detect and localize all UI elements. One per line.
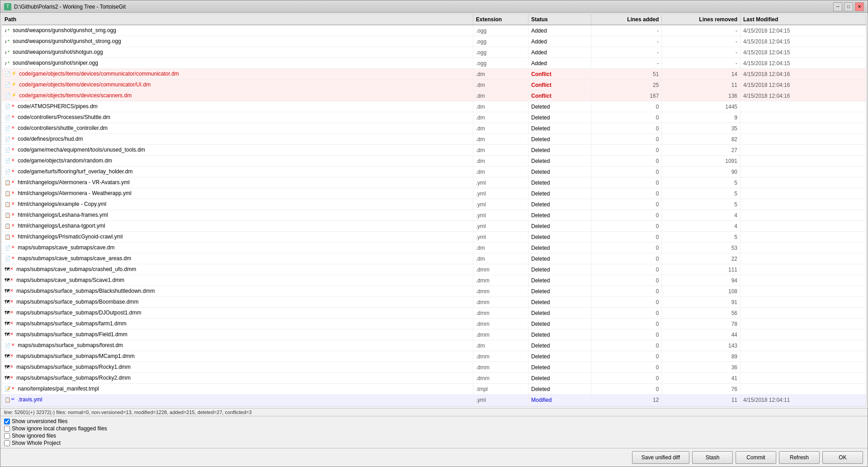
path-text: maps/submaps/cave_submaps/cave_areas.dm xyxy=(18,255,131,262)
table-row[interactable]: ♪+ sound/weapons/gunshot/sniper.ogg .ogg… xyxy=(2,58,866,69)
table-row[interactable]: 📄✕ code/defines/procs/hud.dm .dm Deleted… xyxy=(2,134,866,145)
show-unversioned-checkbox[interactable] xyxy=(4,419,10,424)
col-lines-removed[interactable]: Lines removed xyxy=(662,14,741,25)
table-row[interactable]: 📄✕ code/ATMOSPHERICS/pipes.dm .dm Delete… xyxy=(2,101,866,112)
table-row[interactable]: 📄✕ code/game/turfs/flooring/turf_overlay… xyxy=(2,167,866,177)
cell-modified xyxy=(741,134,866,145)
show-ignore-flagged-label[interactable]: Show ignore local changes flagged files xyxy=(4,425,864,432)
path-text: code/game/objects/items/devices/communic… xyxy=(19,71,179,77)
cell-status: Added xyxy=(528,58,591,69)
table-row[interactable]: 📄⚡ code/game/objects/items/devices/scann… xyxy=(2,91,866,101)
cell-removed: 27 xyxy=(662,145,741,156)
cell-ext: .tmpl xyxy=(473,384,528,395)
table-row[interactable]: 🗺✕ maps/submaps/surface_submaps/Boombase… xyxy=(2,297,866,308)
table-row[interactable]: 🗺✕ maps/submaps/surface_submaps/Rocky2.d… xyxy=(2,373,866,384)
table-row[interactable]: ♪+ sound/weapons/gunshot/shotgun.ogg .og… xyxy=(2,47,866,58)
table-row[interactable]: 🗺✕ maps/submaps/surface_submaps/farm1.dm… xyxy=(2,319,866,329)
col-lines-added[interactable]: Lines added xyxy=(591,14,661,25)
show-ignored-label[interactable]: Show ignored files xyxy=(4,433,864,439)
cell-ext: .dm xyxy=(473,253,528,264)
show-whole-project-checkbox[interactable] xyxy=(4,440,10,446)
minimize-button[interactable]: ─ xyxy=(833,2,842,11)
file-icon-sound: ♪ xyxy=(5,38,7,44)
cell-ext: .yml xyxy=(473,232,528,243)
cell-status: Deleted xyxy=(528,351,591,362)
cell-modified xyxy=(741,275,866,286)
table-row[interactable]: 📄✕ maps/submaps/surface_submaps/forest.d… xyxy=(2,340,866,351)
table-row[interactable]: 📄⚡ code/game/objects/items/devices/commu… xyxy=(2,69,866,80)
show-ignore-flagged-checkbox[interactable] xyxy=(4,426,10,432)
cell-status: Deleted xyxy=(528,145,591,156)
cell-status: Deleted xyxy=(528,308,591,319)
cell-path: 🗺✕ maps/submaps/surface_submaps/Field1.d… xyxy=(2,329,473,340)
cell-removed: 108 xyxy=(662,286,741,297)
cell-modified: 4/15/2018 12:04:16 xyxy=(741,69,866,80)
cell-modified: 4/15/2018 12:04:16 xyxy=(741,80,866,91)
refresh-button[interactable]: Refresh xyxy=(779,451,820,464)
path-text: html/changelogs/Atermonera - VR-Avatars.… xyxy=(18,179,129,186)
col-status[interactable]: Status xyxy=(528,14,591,25)
cell-ext: .dm xyxy=(473,145,528,156)
cell-path: 🗺✕ maps/submaps/surface_submaps/Blackshu… xyxy=(2,286,473,297)
maximize-button[interactable]: □ xyxy=(844,2,853,11)
show-ignored-text: Show ignored files xyxy=(12,433,56,439)
cell-ext: .dm xyxy=(473,167,528,177)
table-row[interactable]: 📋✕ html/changelogs/Atermonera - Weathera… xyxy=(2,188,866,199)
table-row[interactable]: 📋✕ html/changelogs/PrismaticGynoid-crawl… xyxy=(2,232,866,243)
file-icon-sound: ♪ xyxy=(5,60,7,66)
cell-ext: .dm xyxy=(473,69,528,80)
file-icon-dm: 📄 xyxy=(5,71,11,76)
cell-added: 0 xyxy=(591,232,661,243)
table-row[interactable]: 📋✕ html/changelogs/example - Copy.yml .y… xyxy=(2,199,866,210)
cell-path: 📄✕ code/game/mecha/equipment/tools/unuse… xyxy=(2,145,473,156)
cell-added: 0 xyxy=(591,253,661,264)
cell-status: Deleted xyxy=(528,253,591,264)
table-row[interactable]: 📋✕ html/changelogs/Leshana-frames.yml .y… xyxy=(2,210,866,221)
table-row[interactable]: 📝✕ nano/templates/pai_manifest.tmpl .tmp… xyxy=(2,384,866,395)
table-row[interactable]: 📄✕ code/game/mecha/equipment/tools/unuse… xyxy=(2,145,866,156)
cell-ext: .ogg xyxy=(473,25,528,36)
table-row[interactable]: ♪+ sound/weapons/gunshot/gunshot_smg.ogg… xyxy=(2,25,866,36)
file-table-container[interactable]: Path Extension Status Lines added Lines … xyxy=(1,14,867,407)
table-row[interactable]: 🗺✕ maps/submaps/surface_submaps/Rocky1.d… xyxy=(2,362,866,373)
file-icon-dmm: 🗺 xyxy=(5,321,9,326)
table-row[interactable]: 📋✏ .travis.yml .yml Modified 12 11 4/15/… xyxy=(2,395,866,405)
cell-path: 📋✕ html/changelogs/Atermonera - VR-Avata… xyxy=(2,177,473,188)
table-row[interactable]: 📄✏ code/__defines/_compile_options.dm .d… xyxy=(2,405,866,408)
commit-button[interactable]: Commit xyxy=(736,451,776,464)
table-row[interactable]: 📄✕ maps/submaps/cave_submaps/cave_areas.… xyxy=(2,253,866,264)
table-row[interactable]: 📄✕ code/controllers/Processes/Shuttle.dm… xyxy=(2,112,866,123)
table-row[interactable]: 🗺✕ maps/submaps/cave_submaps/Scave1.dmm … xyxy=(2,275,866,286)
cell-modified xyxy=(741,232,866,243)
show-whole-project-label[interactable]: Show Whole Project xyxy=(4,440,864,446)
table-row[interactable]: 📄⚡ code/game/objects/items/devices/commu… xyxy=(2,80,866,91)
cell-ext: .dm xyxy=(473,405,528,408)
show-ignored-checkbox[interactable] xyxy=(4,433,10,439)
file-icon-yml: 📋 xyxy=(5,212,11,218)
show-unversioned-label[interactable]: Show unversioned files xyxy=(4,418,864,424)
ok-button[interactable]: OK xyxy=(822,451,863,464)
table-row[interactable]: 📄✕ code/game/objects/random/random.dm .d… xyxy=(2,156,866,167)
table-row[interactable]: 📄✕ maps/submaps/cave_submaps/cave.dm .dm… xyxy=(2,243,866,253)
table-row[interactable]: 📄✕ code/controllers/shuttle_controller.d… xyxy=(2,123,866,134)
cell-ext: .yml xyxy=(473,210,528,221)
close-button[interactable]: ✕ xyxy=(855,2,864,11)
col-path[interactable]: Path xyxy=(2,14,473,25)
status-bar: line: 52601(+) 32372(-) files: normal=0,… xyxy=(0,408,868,416)
table-row[interactable]: 🗺✕ maps/submaps/surface_submaps/MCamp1.d… xyxy=(2,351,866,362)
col-last-modified[interactable]: Last Modified xyxy=(741,14,866,25)
table-row[interactable]: 📋✕ html/changelogs/Leshana-tgport.yml .y… xyxy=(2,221,866,232)
table-row[interactable]: 🗺✕ maps/submaps/surface_submaps/Field1.d… xyxy=(2,329,866,340)
cell-path: ♪+ sound/weapons/gunshot/shotgun.ogg xyxy=(2,47,473,58)
cell-ext: .yml xyxy=(473,199,528,210)
table-row[interactable]: 🗺✕ maps/submaps/cave_submaps/crashed_ufo… xyxy=(2,264,866,275)
save-unified-diff-button[interactable]: Save unified diff xyxy=(632,451,689,464)
cell-path: 📄✕ maps/submaps/cave_submaps/cave_areas.… xyxy=(2,253,473,264)
table-row[interactable]: 🗺✕ maps/submaps/surface_submaps/DJOutpos… xyxy=(2,308,866,319)
cell-path: 📋✕ html/changelogs/PrismaticGynoid-crawl… xyxy=(2,232,473,243)
table-row[interactable]: 📋✕ html/changelogs/Atermonera - VR-Avata… xyxy=(2,177,866,188)
col-extension[interactable]: Extension xyxy=(473,14,528,25)
stash-button[interactable]: Stash xyxy=(692,451,733,464)
table-row[interactable]: 🗺✕ maps/submaps/surface_submaps/Blackshu… xyxy=(2,286,866,297)
table-row[interactable]: ♪+ sound/weapons/gunshot/gunshot_strong.… xyxy=(2,36,866,47)
